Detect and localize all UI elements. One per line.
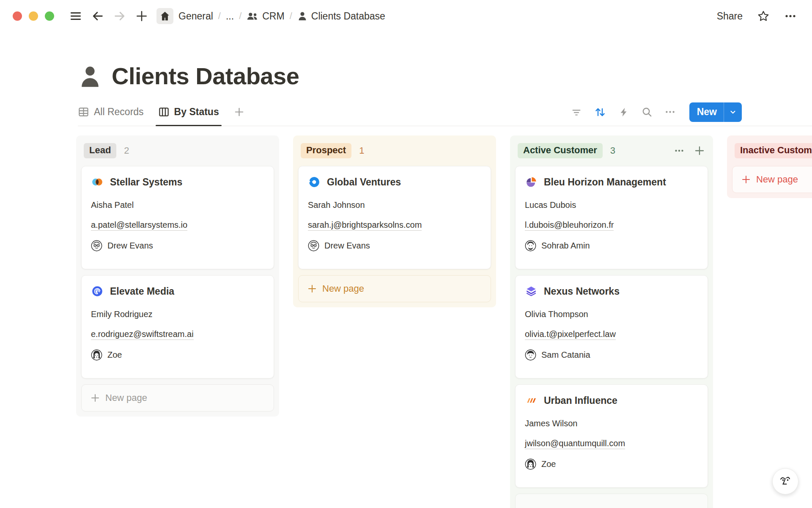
share-button[interactable]: Share — [717, 11, 743, 22]
traffic-lights — [13, 11, 54, 21]
owner-name: Sam Catania — [541, 350, 590, 360]
page-title[interactable]: Clients Database — [112, 62, 299, 90]
email-link[interactable]: e.rodriguez@swiftstream.ai — [91, 329, 194, 340]
breadcrumb-item-clients-database[interactable]: Clients Database — [297, 11, 385, 22]
board-view-icon — [158, 106, 170, 118]
automation-lightning-icon[interactable] — [618, 107, 629, 118]
breadcrumb-item-crm[interactable]: CRM — [247, 11, 284, 22]
breadcrumb-label: General — [178, 11, 213, 22]
card-urban-influence[interactable]: Urban Influence James Wilson jwilson@qua… — [515, 384, 708, 488]
card-nexus-networks[interactable]: Nexus Networks Olivia Thompson olivia.t@… — [515, 275, 708, 378]
company-logo-icon — [91, 176, 104, 188]
contact-email: jwilson@quantumquill.com — [525, 439, 698, 448]
company-logo-icon — [525, 394, 538, 407]
email-link[interactable]: sarah.j@brightsparksolns.com — [308, 220, 422, 231]
new-page-button[interactable]: New page — [81, 384, 274, 411]
forward-icon[interactable] — [112, 9, 127, 23]
avatar-drew-evans — [91, 240, 102, 251]
sidebar-toggle-icon[interactable] — [69, 9, 83, 23]
sort-icon[interactable] — [594, 106, 606, 119]
status-badge[interactable]: Inactive Customer — [735, 143, 812, 158]
avatar-zoe — [91, 349, 102, 361]
new-tab-icon[interactable] — [134, 9, 149, 23]
email-link[interactable]: a.patel@stellarsystems.io — [91, 220, 187, 231]
ai-face-button[interactable] — [772, 468, 798, 494]
email-link[interactable]: jwilson@quantumquill.com — [525, 439, 625, 449]
avatar-sam-catania — [525, 349, 536, 361]
close-window-button[interactable] — [13, 11, 22, 21]
table-view-icon — [78, 106, 89, 118]
new-page-button-partial[interactable] — [515, 494, 708, 508]
company-name: Nexus Networks — [544, 286, 620, 297]
new-button-dropdown[interactable] — [724, 102, 742, 122]
people-icon — [247, 11, 258, 21]
owner-name: Drew Evans — [324, 241, 370, 251]
breadcrumb-label: ... — [226, 11, 234, 22]
view-options-icon[interactable] — [664, 106, 676, 118]
contact-email: sarah.j@brightsparksolns.com — [308, 220, 481, 230]
tab-all-records[interactable]: All Records — [78, 98, 144, 126]
avatar-zoe — [525, 458, 536, 470]
contact-name: Sarah Johnson — [308, 200, 481, 210]
company-name: Urban Influence — [544, 395, 617, 406]
column-count: 2 — [124, 145, 129, 156]
home-icon[interactable] — [156, 8, 173, 24]
card-elevate-media[interactable]: Elevate Media Emily Rodriguez e.rodrigue… — [81, 275, 274, 378]
card-stellar-systems[interactable]: Stellar Systems Aisha Patel a.patel@stel… — [81, 166, 274, 269]
tab-by-status[interactable]: By Status — [158, 98, 219, 126]
page-icon-person[interactable] — [78, 64, 102, 90]
status-badge[interactable]: Lead — [84, 143, 116, 158]
new-page-button[interactable]: New page — [732, 166, 812, 193]
avatar-sohrab-amin — [525, 240, 536, 251]
new-page-label: New page — [756, 174, 798, 185]
plus-icon — [90, 393, 100, 403]
column-add-card-icon[interactable] — [694, 145, 705, 157]
minimize-window-button[interactable] — [29, 11, 38, 21]
company-logo-icon — [525, 176, 538, 188]
add-view-icon[interactable] — [233, 106, 245, 118]
status-badge[interactable]: Active Customer — [518, 143, 603, 158]
kanban-board: Lead 2 Stellar Systems Aisha Patel a.pat… — [76, 135, 812, 508]
zoom-window-button[interactable] — [45, 11, 54, 21]
status-badge[interactable]: Prospect — [301, 143, 351, 158]
new-page-label: New page — [322, 283, 364, 294]
window-titlebar: General / ... / CRM / Clients Database S… — [0, 0, 812, 32]
breadcrumb: General / ... / CRM / Clients Database — [178, 11, 385, 22]
owner-name: Sohrab Amin — [541, 241, 590, 251]
person-icon — [297, 11, 307, 21]
column-inactive-customer: Inactive Customer New page — [727, 135, 812, 198]
plus-icon — [741, 174, 751, 185]
email-link[interactable]: olivia.t@pixelperfect.law — [525, 329, 616, 340]
filter-icon[interactable] — [571, 107, 582, 118]
contact-name: James Wilson — [525, 419, 698, 428]
column-active-customer: Active Customer 3 Bleu Horizon Managemen… — [510, 135, 713, 508]
contact-name: Aisha Patel — [91, 200, 264, 210]
plus-icon — [307, 284, 317, 294]
owner-name: Zoe — [107, 350, 122, 360]
contact-name: Olivia Thompson — [525, 309, 698, 319]
new-page-button[interactable]: New page — [298, 275, 491, 302]
contact-email: a.patel@stellarsystems.io — [91, 220, 264, 230]
search-icon[interactable] — [641, 106, 653, 118]
new-record-button[interactable]: New — [689, 102, 742, 122]
owner-name: Drew Evans — [107, 241, 153, 251]
card-bleu-horizon-management[interactable]: Bleu Horizon Management Lucas Dubois l.d… — [515, 166, 708, 269]
tab-label: All Records — [94, 106, 144, 118]
face-icon — [777, 473, 794, 490]
contact-email: olivia.t@pixelperfect.law — [525, 329, 698, 339]
company-name: Global Ventures — [327, 177, 401, 188]
contact-name: Lucas Dubois — [525, 200, 698, 210]
favorite-star-icon[interactable] — [757, 10, 770, 22]
company-name: Elevate Media — [110, 286, 174, 297]
contact-email: e.rodriguez@swiftstream.ai — [91, 329, 264, 339]
breadcrumb-item-general[interactable]: General — [178, 11, 213, 22]
avatar-drew-evans — [308, 240, 319, 251]
card-global-ventures[interactable]: Global Ventures Sarah Johnson sarah.j@br… — [298, 166, 491, 269]
column-options-icon[interactable] — [673, 145, 685, 157]
breadcrumb-item-ellipsis[interactable]: ... — [226, 11, 234, 22]
breadcrumb-separator: / — [290, 11, 292, 22]
back-icon[interactable] — [91, 9, 105, 23]
more-options-icon[interactable] — [784, 10, 797, 22]
email-link[interactable]: l.dubois@bleuhorizon.fr — [525, 220, 614, 231]
tab-label: By Status — [174, 106, 219, 118]
